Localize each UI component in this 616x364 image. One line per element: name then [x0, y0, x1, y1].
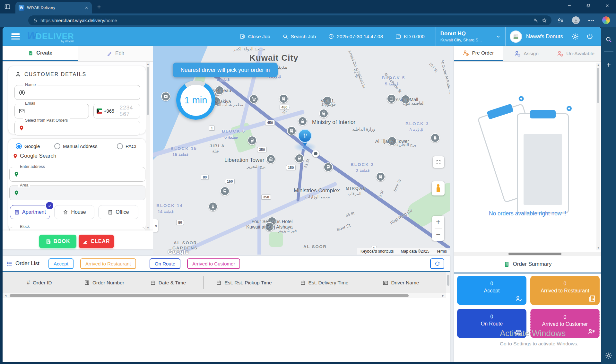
- bank-poi-icon[interactable]: [266, 154, 275, 164]
- branch-selector[interactable]: Donut HQ Kuwait City, Sharq S...: [436, 27, 506, 46]
- left-panel-scrollbar[interactable]: ▲ ▼: [146, 62, 150, 230]
- favorites-bar-icon[interactable]: [557, 17, 564, 24]
- window-restore-button[interactable]: [581, 0, 595, 11]
- tab-pre-order[interactable]: Pre Order: [454, 46, 503, 61]
- hamburger-menu-icon[interactable]: [11, 33, 20, 39]
- column-date-time[interactable]: Date & Time: [132, 272, 204, 293]
- new-tab-button[interactable]: [96, 4, 102, 10]
- cart-poi-icon[interactable]: [249, 94, 258, 104]
- address-input[interactable]: [22, 171, 141, 178]
- map-canvas[interactable]: Kuwait Cityمدينةمسجد الدولة الكبير5قطعة …: [153, 46, 450, 255]
- radio-paci-control[interactable]: [117, 143, 123, 149]
- apartment-icon: [14, 210, 20, 215]
- clear-button[interactable]: CLEAR: [79, 235, 114, 248]
- sidebar-settings-gear-icon[interactable]: [605, 352, 612, 360]
- search-job-button[interactable]: Search Job: [282, 34, 316, 39]
- bus-poi-icon[interactable]: [247, 136, 257, 145]
- column-est-delivery[interactable]: Est. Delivery Time: [284, 272, 364, 293]
- keyboard-shortcuts-link[interactable]: Keyboard shortcuts: [360, 249, 394, 254]
- bookmark-star-icon[interactable]: [542, 18, 547, 23]
- terms-link[interactable]: Terms: [436, 249, 447, 254]
- area-field[interactable]: Area: [9, 186, 145, 200]
- radio-google[interactable]: Google: [16, 143, 40, 149]
- phone-field[interactable]: +965 2234 567: [93, 104, 140, 118]
- bus-poi-icon[interactable]: [287, 126, 296, 135]
- sidebar-add-icon[interactable]: [605, 62, 612, 68]
- lock-poi-icon[interactable]: [298, 117, 307, 126]
- copilot-icon[interactable]: [602, 16, 610, 24]
- type-office-button[interactable]: Office: [98, 205, 138, 219]
- window-minimize-button[interactable]: [562, 0, 577, 11]
- restaurant-map-pin[interactable]: [298, 129, 312, 146]
- window-close-button[interactable]: [600, 0, 614, 11]
- name-field[interactable]: Name: [14, 85, 140, 100]
- email-field[interactable]: Email: [14, 104, 89, 118]
- map-expand-control[interactable]: [433, 156, 444, 168]
- type-apartment-button[interactable]: Apartment: [10, 205, 50, 219]
- summary-card-arrived-customer[interactable]: 0 Arrived to Customer: [530, 309, 600, 338]
- camera-poi-icon[interactable]: [161, 92, 170, 101]
- address-bar[interactable]: https://merchant.wiyak.delivery/home: [28, 15, 551, 25]
- monument-poi-icon[interactable]: [208, 202, 218, 211]
- area-input[interactable]: [22, 190, 141, 196]
- tab-assign[interactable]: Assign: [503, 46, 550, 61]
- close-job-button[interactable]: Close Job: [239, 33, 270, 39]
- browser-menu-icon[interactable]: [588, 20, 594, 21]
- bus-poi-icon[interactable]: [376, 172, 385, 181]
- tab-workspace-icon[interactable]: [4, 3, 11, 10]
- filter-arrived-customer[interactable]: Arrived to Customer: [187, 258, 240, 269]
- document-icon: [28, 50, 33, 56]
- password-key-icon[interactable]: [533, 18, 539, 23]
- block-field[interactable]: Block: [9, 227, 145, 230]
- enter-address-field[interactable]: Enter address: [9, 167, 145, 182]
- merchant-avatar[interactable]: [510, 30, 522, 43]
- settings-gear-icon[interactable]: [571, 33, 579, 40]
- zoom-out-button[interactable]: −: [432, 228, 444, 241]
- type-house-button[interactable]: House: [54, 205, 94, 219]
- past-orders-field[interactable]: Select from Past Orders: [14, 121, 140, 135]
- bus-poi-icon[interactable]: [295, 154, 304, 163]
- map-zoom-control: + −: [432, 216, 444, 241]
- column-order-id[interactable]: # Order ID: [3, 272, 76, 293]
- summary-card-on-route[interactable]: 0 On Route: [457, 309, 526, 338]
- logout-power-icon[interactable]: [586, 33, 594, 40]
- browser-profile-avatar[interactable]: [572, 16, 580, 24]
- radio-paci[interactable]: PACI: [117, 143, 136, 149]
- filter-arrived-restaurant[interactable]: Arrived to Restaurant: [80, 258, 136, 269]
- bus-poi-icon[interactable]: [220, 186, 230, 196]
- lock-poi-icon[interactable]: [430, 133, 440, 143]
- email-input[interactable]: [28, 108, 85, 114]
- order-table-vscrollbar[interactable]: [446, 272, 450, 293]
- name-input[interactable]: [29, 90, 136, 96]
- sidebar-search-icon[interactable]: [605, 36, 612, 43]
- bus-poi-icon[interactable]: [324, 162, 333, 172]
- radio-manual-control[interactable]: [54, 143, 60, 149]
- zoom-in-button[interactable]: +: [432, 216, 444, 228]
- orders-panel-hscrollbar[interactable]: [454, 252, 601, 256]
- column-est-pickup[interactable]: Est. Rst. Pickup Time: [204, 272, 284, 293]
- summary-card-arrived-restaurant[interactable]: 0 Arrived to Restaurant: [530, 276, 600, 305]
- tab-create[interactable]: Create: [3, 46, 78, 61]
- bus-poi-icon[interactable]: [279, 94, 288, 103]
- bus-poi-icon[interactable]: [319, 109, 328, 118]
- browser-tab[interactable]: W WIYAK Delivery: [15, 2, 92, 13]
- column-driver-name[interactable]: Driver Name: [364, 272, 437, 293]
- orders-panel-scrollbar[interactable]: ▲ ▼: [596, 63, 600, 250]
- phone-country-code[interactable]: +965: [104, 108, 114, 114]
- book-button[interactable]: BOOK: [39, 235, 76, 248]
- tab-un-available[interactable]: Un-Available: [550, 46, 601, 61]
- past-orders-input[interactable]: [28, 125, 136, 131]
- radio-google-control[interactable]: [16, 143, 22, 149]
- street-view-pegman[interactable]: [432, 181, 445, 195]
- filter-on-route[interactable]: On Route: [150, 258, 180, 269]
- tab-close-icon[interactable]: [84, 6, 89, 10]
- summary-card-accept[interactable]: 0 Accept: [457, 276, 526, 305]
- panel-collapse-arrow[interactable]: ◀: [153, 219, 158, 232]
- refresh-orders-button[interactable]: [430, 258, 444, 269]
- column-order-number[interactable]: Order Number: [76, 272, 132, 293]
- bag-poi-icon[interactable]: [387, 94, 396, 103]
- radio-manual-address[interactable]: Manual Address: [54, 143, 98, 149]
- filter-accept[interactable]: Accept: [48, 258, 74, 269]
- tab-edit[interactable]: Edit: [78, 46, 153, 61]
- order-table-hscrollbar[interactable]: ◄ ►: [3, 293, 446, 298]
